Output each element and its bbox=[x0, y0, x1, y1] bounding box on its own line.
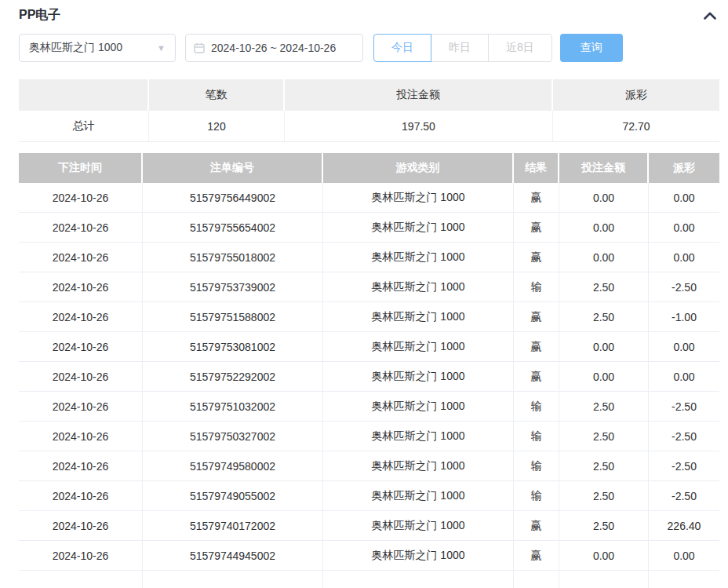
cell-bet-amount: 2.50 bbox=[559, 511, 649, 540]
summary-total-bet-amount: 197.50 bbox=[285, 111, 553, 141]
table-row: 2024-10-2651579751588002奥林匹斯之门 1000赢2.50… bbox=[19, 302, 719, 332]
table-row: 2024-10-2651579751032002奥林匹斯之门 1000输2.50… bbox=[19, 392, 719, 422]
cell-game-type: 奥林匹斯之门 1000 bbox=[323, 302, 514, 331]
chevron-up-icon bbox=[704, 12, 716, 20]
cell-bet-amount: 2.50 bbox=[559, 302, 649, 331]
query-button[interactable]: 查询 bbox=[560, 34, 623, 62]
cell-payout: -2.50 bbox=[649, 272, 719, 301]
table-row-partial bbox=[19, 571, 719, 588]
cell-result: 赢 bbox=[514, 213, 559, 242]
cell-bet-amount: 0.00 bbox=[559, 243, 649, 272]
cell-bet-amount: 0.00 bbox=[559, 213, 649, 242]
table-cell bbox=[143, 571, 323, 588]
cell-payout: 0.00 bbox=[649, 213, 719, 242]
summary-header-bet-amount: 投注金额 bbox=[285, 79, 553, 111]
cell-bet-time: 2024-10-26 bbox=[19, 213, 143, 242]
bets-table-header-row: 下注时间 注单编号 游戏类别 结果 投注金额 派彩 bbox=[19, 153, 719, 183]
table-cell bbox=[649, 571, 719, 588]
table-row: 2024-10-2651579756449002奥林匹斯之门 1000赢0.00… bbox=[19, 183, 719, 213]
cell-bet-amount: 0.00 bbox=[559, 362, 649, 391]
date-range-input[interactable]: 2024-10-26 ~ 2024-10-26 bbox=[185, 34, 363, 62]
cell-bet-time: 2024-10-26 bbox=[19, 481, 143, 510]
cell-bet-id: 51579753081002 bbox=[143, 332, 323, 361]
cell-bet-time: 2024-10-26 bbox=[19, 243, 143, 272]
cell-bet-amount: 2.50 bbox=[559, 451, 649, 480]
today-button[interactable]: 今日 bbox=[373, 34, 431, 62]
header-game-type: 游戏类别 bbox=[323, 153, 514, 183]
page-title: PP电子 bbox=[19, 7, 60, 24]
cell-result: 输 bbox=[514, 272, 559, 301]
cell-bet-id: 51579740172002 bbox=[143, 511, 323, 540]
game-select[interactable]: 奥林匹斯之门 1000 ▼ bbox=[19, 34, 176, 62]
cell-payout: -2.50 bbox=[649, 422, 719, 451]
game-select-value: 奥林匹斯之门 1000 bbox=[29, 41, 122, 55]
cell-result: 输 bbox=[514, 392, 559, 421]
cell-bet-id: 51579751032002 bbox=[143, 392, 323, 421]
cell-bet-time: 2024-10-26 bbox=[19, 362, 143, 391]
cell-game-type: 奥林匹斯之门 1000 bbox=[323, 362, 514, 391]
cell-bet-time: 2024-10-26 bbox=[19, 332, 143, 361]
filter-bar: 奥林匹斯之门 1000 ▼ 2024-10-26 ~ 2024-10-26 今日… bbox=[19, 34, 719, 62]
cell-game-type: 奥林匹斯之门 1000 bbox=[323, 332, 514, 361]
yesterday-button[interactable]: 昨日 bbox=[431, 34, 489, 62]
cell-bet-id: 51579749055002 bbox=[143, 481, 323, 510]
cell-bet-time: 2024-10-26 bbox=[19, 272, 143, 301]
cell-payout: 0.00 bbox=[649, 541, 719, 570]
cell-result: 赢 bbox=[514, 243, 559, 272]
cell-bet-time: 2024-10-26 bbox=[19, 183, 143, 212]
cell-game-type: 奥林匹斯之门 1000 bbox=[323, 451, 514, 480]
cell-game-type: 奥林匹斯之门 1000 bbox=[323, 541, 514, 570]
cell-bet-time: 2024-10-26 bbox=[19, 511, 143, 540]
cell-bet-amount: 2.50 bbox=[559, 272, 649, 301]
cell-game-type: 奥林匹斯之门 1000 bbox=[323, 183, 514, 212]
cell-result: 赢 bbox=[514, 332, 559, 361]
chevron-down-icon: ▼ bbox=[157, 43, 166, 53]
cell-result: 输 bbox=[514, 422, 559, 451]
cell-payout: 226.40 bbox=[649, 511, 719, 540]
cell-game-type: 奥林匹斯之门 1000 bbox=[323, 481, 514, 510]
cell-bet-amount: 2.50 bbox=[559, 392, 649, 421]
cell-payout: 0.00 bbox=[649, 332, 719, 361]
cell-result: 输 bbox=[514, 481, 559, 510]
cell-bet-time: 2024-10-26 bbox=[19, 422, 143, 451]
cell-result: 输 bbox=[514, 451, 559, 480]
cell-bet-amount: 0.00 bbox=[559, 332, 649, 361]
cell-bet-id: 51579756449002 bbox=[143, 183, 323, 212]
table-cell bbox=[19, 571, 143, 588]
last-8-days-button[interactable]: 近8日 bbox=[488, 34, 552, 62]
cell-game-type: 奥林匹斯之门 1000 bbox=[323, 511, 514, 540]
cell-game-type: 奥林匹斯之门 1000 bbox=[323, 422, 514, 451]
panel-header: PP电子 bbox=[19, 0, 719, 17]
cell-bet-amount: 2.50 bbox=[559, 481, 649, 510]
collapse-panel-button[interactable] bbox=[702, 8, 718, 24]
cell-bet-time: 2024-10-26 bbox=[19, 392, 143, 421]
summary-header-row: 笔数 投注金额 派彩 bbox=[19, 79, 719, 111]
cell-bet-time: 2024-10-26 bbox=[19, 302, 143, 331]
cell-bet-id: 51579752292002 bbox=[143, 362, 323, 391]
cell-bet-amount: 0.00 bbox=[559, 541, 649, 570]
cell-result: 赢 bbox=[514, 362, 559, 391]
cell-result: 赢 bbox=[514, 183, 559, 212]
summary-total-label: 总计 bbox=[19, 111, 149, 141]
summary-total-row: 总计 120 197.50 72.70 bbox=[19, 111, 719, 142]
header-bet-time: 下注时间 bbox=[19, 153, 143, 183]
table-row: 2024-10-2651579740172002奥林匹斯之门 1000赢2.50… bbox=[19, 511, 719, 541]
header-payout: 派彩 bbox=[649, 153, 719, 183]
table-row: 2024-10-2651579753739002奥林匹斯之门 1000输2.50… bbox=[19, 272, 719, 302]
table-row: 2024-10-2651579753081002奥林匹斯之门 1000赢0.00… bbox=[19, 332, 719, 362]
cell-payout: -1.00 bbox=[649, 302, 719, 331]
table-row: 2024-10-2651579749580002奥林匹斯之门 1000输2.50… bbox=[19, 451, 719, 481]
table-cell bbox=[323, 571, 514, 588]
summary-header-empty bbox=[19, 79, 149, 111]
table-row: 2024-10-2651579755654002奥林匹斯之门 1000赢0.00… bbox=[19, 213, 719, 243]
cell-bet-time: 2024-10-26 bbox=[19, 451, 143, 480]
table-cell bbox=[514, 571, 559, 588]
cell-bet-id: 51579753739002 bbox=[143, 272, 323, 301]
header-bet-id: 注单编号 bbox=[143, 153, 323, 183]
cell-payout: 0.00 bbox=[649, 183, 719, 212]
summary-total-count: 120 bbox=[149, 111, 285, 141]
summary-header-count: 笔数 bbox=[149, 79, 285, 111]
cell-bet-id: 51579755654002 bbox=[143, 213, 323, 242]
cell-game-type: 奥林匹斯之门 1000 bbox=[323, 243, 514, 272]
cell-game-type: 奥林匹斯之门 1000 bbox=[323, 213, 514, 242]
